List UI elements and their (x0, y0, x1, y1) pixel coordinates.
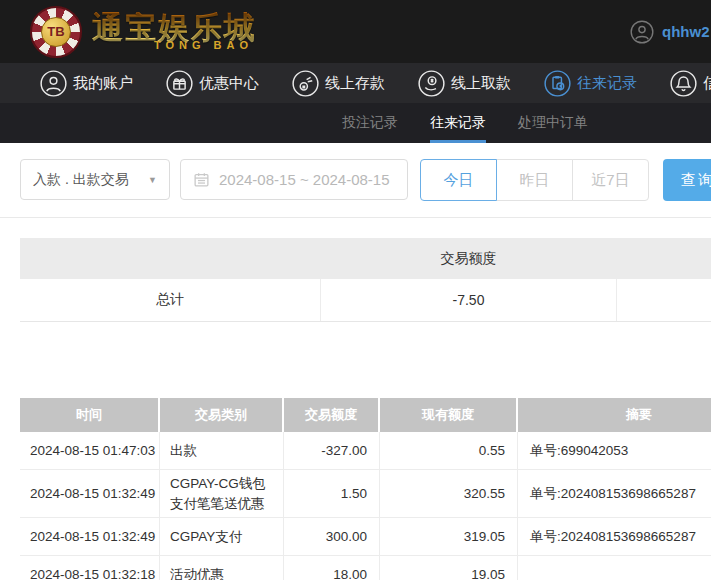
column-header-balance: 现有额度 (380, 398, 518, 432)
tab-transaction-records[interactable]: 往来记录 (430, 103, 486, 143)
tab-label: 往来记录 (430, 114, 486, 132)
nav-item-messages[interactable]: 信 (670, 70, 711, 97)
calendar-icon (193, 171, 210, 188)
withdraw-icon (418, 70, 445, 97)
summary-table: 交易额度 总计 -7.50 (20, 238, 711, 322)
today-button[interactable]: 今日 (420, 159, 497, 201)
brand-name-en: TONG BAO (92, 40, 257, 51)
user-avatar-icon (630, 20, 654, 44)
record-tabs: 投注记录 往来记录 处理中订单 (0, 103, 711, 143)
cell-time: 2024-08-15 01:47:03 (20, 432, 160, 469)
cell-balance: 19.05 (380, 556, 518, 580)
chip-monogram: TB (41, 17, 71, 47)
table-row: 2024-08-15 01:47:03 出款 -327.00 0.55 单号:6… (20, 432, 711, 470)
summary-empty-cell (617, 279, 711, 321)
yesterday-button[interactable]: 昨日 (496, 159, 573, 201)
column-header-summary: 摘要 (518, 398, 711, 432)
user-account[interactable]: qhhw2 (630, 0, 710, 63)
top-bar: TB 通宝娱乐城 TONG BAO qhhw2 (0, 0, 711, 63)
summary-total-value: -7.50 (320, 279, 617, 321)
summary-total-row: 总计 -7.50 (20, 279, 711, 322)
date-range-input[interactable]: 2024-08-15 ~ 2024-08-15 (180, 159, 408, 200)
cell-amount: 1.50 (284, 470, 380, 517)
last7days-button[interactable]: 近7日 (572, 159, 649, 201)
brand-logo[interactable]: TB 通宝娱乐城 TONG BAO (30, 6, 257, 58)
quick-date-buttons: 今日 昨日 近7日 (420, 159, 649, 217)
nav-label: 往来记录 (577, 74, 637, 93)
column-header-amount: 交易额度 (284, 398, 380, 432)
tab-label: 处理中订单 (518, 114, 588, 132)
records-icon (544, 70, 571, 97)
tab-betting-records[interactable]: 投注记录 (342, 103, 398, 143)
cell-summary: 单号:202408153698665287 (518, 470, 711, 517)
nav-label: 线上存款 (325, 74, 385, 93)
cell-balance: 0.55 (380, 432, 518, 469)
table-header-row: 时间 交易类别 交易额度 现有额度 摘要 (20, 398, 711, 432)
cell-time: 2024-08-15 01:32:49 (20, 518, 160, 555)
date-range-value: 2024-08-15 ~ 2024-08-15 (219, 171, 390, 188)
cell-summary: 单号:202408153698665287 (518, 518, 711, 555)
cell-time: 2024-08-15 01:32:49 (20, 470, 160, 517)
cell-type: 出款 (160, 432, 284, 469)
summary-total-label: 总计 (20, 279, 320, 321)
cell-type: 活动优惠 (160, 556, 284, 580)
deposit-icon (292, 70, 319, 97)
nav-item-transactions[interactable]: 往来记录 (544, 70, 637, 97)
select-value: 入款 . 出款交易 (33, 171, 129, 189)
cell-balance: 319.05 (380, 518, 518, 555)
brand-wordmark: 通宝娱乐城 TONG BAO (92, 12, 257, 51)
nav-label: 信 (703, 74, 711, 93)
table-row: 2024-08-15 01:32:49 CGPAY-CG钱包支付笔笔送优惠 1.… (20, 470, 711, 518)
cell-balance: 320.55 (380, 470, 518, 517)
cell-amount: 18.00 (284, 556, 380, 580)
user-icon (40, 70, 67, 97)
nav-item-withdraw[interactable]: 线上取款 (418, 70, 511, 97)
filter-bar: 入款 . 出款交易 ▼ 2024-08-15 ~ 2024-08-15 今日 昨… (0, 143, 711, 218)
bell-icon (670, 70, 697, 97)
gift-icon (166, 70, 193, 97)
table-row: 2024-08-15 01:32:18 活动优惠 18.00 19.05 (20, 556, 711, 580)
summary-header-row: 交易额度 (20, 238, 711, 279)
cell-amount: -327.00 (284, 432, 380, 469)
username: qhhw2 (662, 23, 710, 40)
nav-item-my-account[interactable]: 我的账户 (40, 70, 133, 97)
nav-label: 线上取款 (451, 74, 511, 93)
cell-summary (518, 556, 711, 580)
cell-amount: 300.00 (284, 518, 380, 555)
search-button[interactable]: 查询 (663, 159, 711, 201)
table-row: 2024-08-15 01:32:49 CGPAY支付 300.00 319.0… (20, 518, 711, 556)
main-navigation: 我的账户 优惠中心 线上存款 线上取款 往来记录 (0, 63, 711, 103)
summary-amount-header: 交易额度 (320, 238, 617, 279)
nav-item-deposit[interactable]: 线上存款 (292, 70, 385, 97)
cell-type: CGPAY支付 (160, 518, 284, 555)
chevron-down-icon: ▼ (148, 175, 157, 185)
poker-chip-icon: TB (30, 6, 82, 58)
column-header-type: 交易类别 (160, 398, 284, 432)
cell-type: CGPAY-CG钱包支付笔笔送优惠 (160, 470, 284, 517)
nav-item-promotions[interactable]: 优惠中心 (166, 70, 259, 97)
tab-pending-orders[interactable]: 处理中订单 (518, 103, 588, 143)
cell-summary: 单号:699042053 (518, 432, 711, 469)
transactions-table: 时间 交易类别 交易额度 现有额度 摘要 2024-08-15 01:47:03… (20, 398, 711, 580)
cell-time: 2024-08-15 01:32:18 (20, 556, 160, 580)
transaction-type-select[interactable]: 入款 . 出款交易 ▼ (20, 159, 170, 200)
nav-label: 优惠中心 (199, 74, 259, 93)
tab-label: 投注记录 (342, 114, 398, 132)
nav-label: 我的账户 (73, 74, 133, 93)
column-header-time: 时间 (20, 398, 160, 432)
